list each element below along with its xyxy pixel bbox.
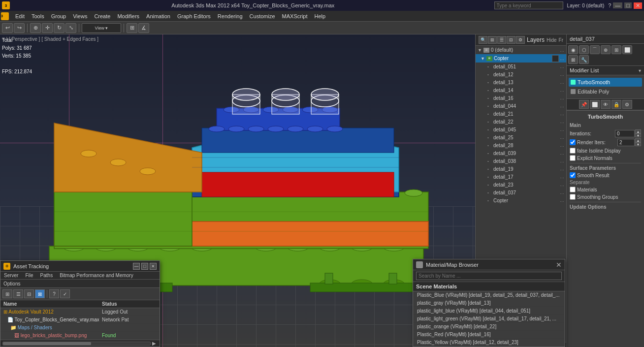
asset-table-container[interactable]: Name Status ⊞ Autodesk Vault 2012 Logged… <box>0 300 160 340</box>
select-button[interactable]: ⊕ <box>30 23 41 33</box>
iterations-input[interactable] <box>615 130 635 137</box>
mod-icon-mod5[interactable]: 🔧 <box>579 55 589 64</box>
layer-child-item[interactable]: •detail_038… <box>476 157 566 165</box>
layers-hide-btn[interactable]: Hide <box>547 37 557 43</box>
mod-config-icon[interactable]: ⚙ <box>622 100 632 109</box>
layer-child-item[interactable]: •detail_16… <box>476 94 566 102</box>
at-tb-btn-5[interactable]: ? <box>49 289 59 298</box>
mod-pin-icon[interactable]: 📌 <box>579 100 589 109</box>
menu-modifiers[interactable]: Modifiers <box>114 12 143 20</box>
at-tb-btn-3[interactable]: ⊟ <box>24 289 34 298</box>
layer-child-item[interactable]: •detail_23… <box>476 181 566 189</box>
at-menu-options[interactable]: Options <box>3 281 20 286</box>
modifier-list-dropdown[interactable]: Modifier List ▾ <box>567 66 644 75</box>
layers-icon-3[interactable]: ☰ <box>497 36 506 44</box>
close-button[interactable]: ✕ <box>634 2 642 9</box>
mod-icon-mod2[interactable]: ⊞ <box>612 45 621 54</box>
mat-item-5[interactable]: Plastic_Red (VRayMtl) [detail_16] <box>413 331 565 339</box>
iterations-down[interactable]: ▼ <box>635 133 641 137</box>
mat-item-2[interactable]: plastic_light_blue (VRayMtl) [detail_044… <box>413 307 565 315</box>
materials-checkbox[interactable] <box>570 187 576 192</box>
layer-child-item[interactable]: •detail_13… <box>476 78 566 86</box>
layer-item-default[interactable]: ▼ ≡ 0 (default) … <box>476 46 566 54</box>
layers-icon-2[interactable]: ⊞ <box>488 36 497 44</box>
asset-row-folder[interactable]: 📁 Maps / Shaders <box>0 324 160 332</box>
mod-icon-mod3[interactable]: ⬜ <box>622 45 632 54</box>
mod-icon-bend[interactable]: ⌒ <box>590 45 600 54</box>
layer-child-item[interactable]: •detail_21… <box>476 110 566 118</box>
asset-row-vault[interactable]: ⊞ Autodesk Vault 2012 Logged Out <box>0 308 160 316</box>
mod-icon-mod4[interactable]: ⊠ <box>568 55 578 64</box>
render-iters-input[interactable] <box>617 139 635 146</box>
move-button[interactable]: ✛ <box>42 23 53 33</box>
scale-button[interactable]: ⤡ <box>65 23 76 33</box>
at-restore-btn[interactable]: □ <box>141 263 148 270</box>
iterations-up[interactable]: ▲ <box>635 129 641 133</box>
layers-icon-5[interactable]: ⚙ <box>516 36 525 44</box>
maximize-button[interactable]: □ <box>624 2 632 8</box>
menu-customize[interactable]: Customize <box>246 12 279 20</box>
menu-create[interactable]: Create <box>91 12 114 20</box>
menu-animation[interactable]: Animation <box>143 12 174 20</box>
isoline-checkbox[interactable] <box>570 148 576 154</box>
layer-child-item[interactable]: •detail_25… <box>476 133 566 141</box>
layers-icon-4[interactable]: ⊟ <box>507 36 515 44</box>
at-horizontal-scrollbar[interactable] <box>2 342 151 346</box>
at-menu-bitmap[interactable]: Bitmap Performance and Memory <box>56 272 137 279</box>
at-scrollbar-area[interactable]: ▶ <box>0 340 160 347</box>
layer-child-item[interactable]: •detail_22… <box>476 118 566 126</box>
layer-child-item[interactable]: •detail_12… <box>476 70 566 78</box>
mod-icon-mod1[interactable]: ⊕ <box>601 45 611 54</box>
redo-button[interactable]: ↪ <box>14 23 25 33</box>
layer-item-copter[interactable]: ▼ ≡ Copter … <box>476 54 566 63</box>
help-button[interactable]: ? <box>608 2 611 8</box>
layer-checkbox[interactable] <box>552 55 559 62</box>
at-minimize-btn[interactable]: — <box>133 263 140 270</box>
asset-row-file[interactable]: 📄 Toy_Copter_Blocks_Generic_vray.max Net… <box>0 316 160 324</box>
render-down[interactable]: ▼ <box>635 142 641 146</box>
layer-child-item[interactable]: •detail_14… <box>476 86 566 94</box>
at-scrollbar-thumb[interactable] <box>3 342 91 345</box>
layer-child-item[interactable]: •detail_045… <box>476 126 566 133</box>
search-input[interactable] <box>494 1 563 9</box>
modifier-item-editablepoly[interactable]: Editable Poly <box>569 87 642 96</box>
mat-item-6[interactable]: Plastic_Yellow (VRayMtl) [detail_12, det… <box>413 339 565 347</box>
mod-show-icon[interactable]: 👁 <box>601 100 611 109</box>
undo-button[interactable]: ↩ <box>2 23 13 33</box>
mb-search-input[interactable] <box>416 272 562 280</box>
render-up[interactable]: ▲ <box>635 138 641 142</box>
menu-group[interactable]: Group <box>48 12 70 20</box>
layer-child-item[interactable]: •detail_051… <box>476 63 566 70</box>
viewport[interactable]: Total Polys: 31 687 Verts: 15 385 FPS: 2… <box>0 34 475 347</box>
search-box[interactable] <box>494 1 563 9</box>
layer-child-item[interactable]: •detail_044… <box>476 102 566 110</box>
menu-help[interactable]: Help <box>311 12 329 20</box>
at-tb-btn-1[interactable]: ⊞ <box>2 289 12 298</box>
menu-rendering[interactable]: Rendering <box>214 12 246 20</box>
explicit-checkbox[interactable] <box>570 155 576 161</box>
asset-row-image[interactable]: 🖼 lego_bricks_plastic_bump.png Found <box>0 332 160 340</box>
layer-child-item[interactable]: •detail_037… <box>476 189 566 196</box>
menu-tools[interactable]: Tools <box>28 12 48 20</box>
layer-child-item[interactable]: •detail_28… <box>476 141 566 149</box>
menu-edit[interactable]: Edit <box>12 12 28 20</box>
at-tb-btn-2[interactable]: ☰ <box>13 289 23 298</box>
modifier-item-turbosmooth[interactable]: TurboSmooth <box>569 78 642 87</box>
angle-snap[interactable]: ∡ <box>138 23 149 33</box>
layers-fr-btn[interactable]: Fr <box>559 37 563 43</box>
layer-child-item[interactable]: •detail_17… <box>476 173 566 181</box>
rotate-button[interactable]: ↻ <box>54 23 64 33</box>
smoothing-groups-checkbox[interactable] <box>570 194 576 200</box>
mat-item-0[interactable]: Plastic_Blue (VRayMtl) [detail_19, detai… <box>413 291 565 299</box>
mod-icon-sphere[interactable]: ◉ <box>568 45 578 54</box>
minimize-button[interactable]: — <box>613 2 622 8</box>
mod-icon-obj[interactable]: ⬡ <box>579 45 589 54</box>
mat-item-4[interactable]: plastic_orange (VRayMtl) [detail_22] <box>413 323 565 331</box>
at-close-btn[interactable]: ✕ <box>150 263 157 270</box>
menu-graph-editors[interactable]: Graph Editors <box>174 12 214 20</box>
layer-child-item[interactable]: •detail_039… <box>476 149 566 157</box>
menu-views[interactable]: Views <box>69 12 91 20</box>
mat-item-3[interactable]: plastic_light_green (VRayMtl) [detail_14… <box>413 315 565 323</box>
at-scroll-right[interactable]: ▶ <box>151 340 158 347</box>
at-tb-btn-4[interactable]: ⊠ <box>35 289 45 298</box>
